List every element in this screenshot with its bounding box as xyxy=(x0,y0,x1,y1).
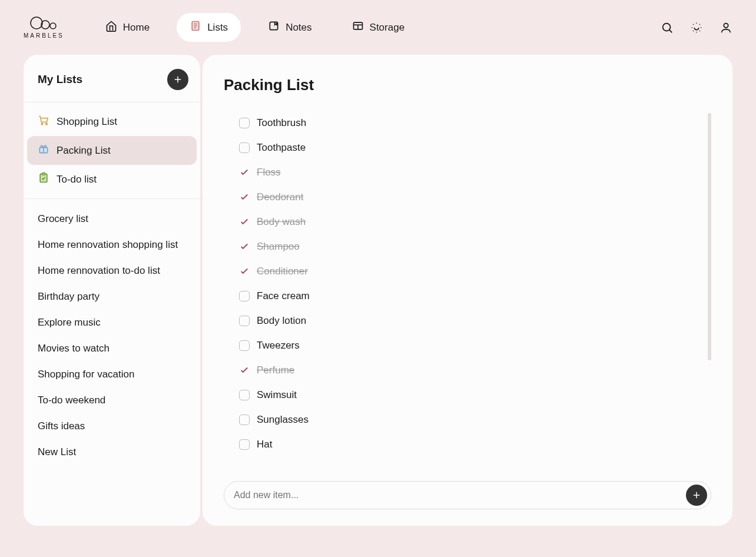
nav-tab-lists[interactable]: Lists xyxy=(177,13,241,42)
search-icon[interactable] xyxy=(661,21,674,34)
nav-left: MARBLES HomeListsNotesStorage xyxy=(24,13,417,42)
sidebar-item-label: Explore music xyxy=(38,317,101,328)
top-nav: MARBLES HomeListsNotesStorage xyxy=(0,0,756,55)
sidebar-item-label: Shopping List xyxy=(57,116,117,128)
sidebar-item-label: To-do weekend xyxy=(38,394,105,406)
checkbox-checked-icon[interactable] xyxy=(239,266,250,277)
nav-tab-notes[interactable]: Notes xyxy=(255,13,324,42)
checkbox-checked-icon[interactable] xyxy=(239,217,250,227)
task-label[interactable]: Toothpaste xyxy=(257,142,306,154)
sidebar-item-movies-to-watch[interactable]: Movies to watch xyxy=(27,336,197,362)
task-row: Deodorant xyxy=(239,185,711,210)
check-icon xyxy=(38,172,49,187)
task-label[interactable]: Face cream xyxy=(257,290,310,302)
task-label[interactable]: Body lotion xyxy=(257,315,306,327)
nav-tab-home[interactable]: Home xyxy=(92,13,163,42)
logo[interactable]: MARBLES xyxy=(24,16,64,39)
checkbox-empty[interactable] xyxy=(239,439,250,450)
svg-point-16 xyxy=(41,123,43,125)
svg-point-2 xyxy=(50,23,56,29)
checkbox-empty[interactable] xyxy=(239,291,250,301)
task-label[interactable]: Floss xyxy=(257,167,281,178)
task-row: Conditioner xyxy=(239,259,711,284)
sidebar-item-birthday-party[interactable]: Birthday party xyxy=(27,284,197,310)
sidebar-item-label: Home rennovation to-do list xyxy=(38,265,160,276)
checkbox-empty[interactable] xyxy=(239,340,250,351)
sidebar-item-packing-list[interactable]: Packing List xyxy=(27,136,197,165)
task-row: Floss xyxy=(239,160,711,185)
sidebar-item-shopping-list[interactable]: Shopping List xyxy=(27,107,197,136)
checkbox-checked-icon[interactable] xyxy=(239,167,250,178)
task-area: ToothbrushToothpasteFlossDeodorantBody w… xyxy=(224,111,711,474)
task-row: Toothpaste xyxy=(239,135,711,160)
sidebar-item-label: Gifts ideas xyxy=(38,420,85,432)
sidebar-featured: Shopping ListPacking ListTo-do list xyxy=(24,102,200,198)
task-list: ToothbrushToothpasteFlossDeodorantBody w… xyxy=(224,111,711,474)
sidebar-item-label: New List xyxy=(38,446,76,457)
task-row: Hat xyxy=(239,432,711,457)
svg-point-11 xyxy=(663,23,671,31)
logo-icon xyxy=(29,16,58,30)
main-panel: Packing List ToothbrushToothpasteFlossDe… xyxy=(203,55,732,526)
sidebar-item-home-rennovation-shopping-list[interactable]: Home rennovation shopping list xyxy=(27,232,197,258)
svg-point-0 xyxy=(31,17,42,29)
svg-rect-21 xyxy=(42,173,45,175)
sidebar-item-to-do-weekend[interactable]: To-do weekend xyxy=(27,387,197,413)
task-label[interactable]: Hat xyxy=(257,439,272,450)
sidebar-others: Grocery listHome rennovation shopping li… xyxy=(24,198,200,472)
task-label[interactable]: Conditioner xyxy=(257,266,308,277)
sidebar-item-shopping-for-vacation[interactable]: Shopping for vacation xyxy=(27,362,197,387)
notes-icon xyxy=(268,20,280,35)
gift-icon xyxy=(38,143,49,158)
nav-tab-label: Home xyxy=(123,22,150,34)
task-label[interactable]: Tweezers xyxy=(257,340,300,352)
svg-point-17 xyxy=(46,123,48,125)
task-label[interactable]: Perfume xyxy=(257,364,294,376)
sidebar-item-gifts-ideas[interactable]: Gifts ideas xyxy=(27,413,197,439)
task-row: Body lotion xyxy=(239,309,711,333)
scrollbar[interactable] xyxy=(708,113,711,360)
page-title: Packing List xyxy=(224,76,711,94)
storage-icon xyxy=(352,20,364,35)
checkbox-checked-icon[interactable] xyxy=(239,241,250,252)
sidebar-item-label: To-do list xyxy=(57,174,97,185)
sidebar-item-grocery-list[interactable]: Grocery list xyxy=(27,206,197,232)
checkbox-checked-icon[interactable] xyxy=(239,365,250,376)
home-icon xyxy=(105,20,117,35)
sidebar-header: My Lists xyxy=(24,55,200,102)
sidebar-item-home-rennovation-to-do-list[interactable]: Home rennovation to-do list xyxy=(27,258,197,284)
theme-toggle-icon[interactable] xyxy=(690,21,703,34)
task-label[interactable]: Body wash xyxy=(257,216,306,228)
lists-icon xyxy=(190,20,201,35)
task-label[interactable]: Deodorant xyxy=(257,191,303,203)
sidebar-item-new-list[interactable]: New List xyxy=(27,439,197,465)
nav-right xyxy=(661,21,732,34)
sidebar-item-label: Packing List xyxy=(57,145,111,157)
task-label[interactable]: Sunglasses xyxy=(257,414,309,426)
task-label[interactable]: Swimsuit xyxy=(257,389,297,401)
task-label[interactable]: Shampoo xyxy=(257,241,300,253)
svg-line-12 xyxy=(669,29,672,32)
checkbox-empty[interactable] xyxy=(239,390,250,400)
sidebar-item-explore-music[interactable]: Explore music xyxy=(27,310,197,336)
cart-icon xyxy=(38,114,49,129)
checkbox-empty[interactable] xyxy=(239,142,250,153)
sidebar: My Lists Shopping ListPacking ListTo-do … xyxy=(24,55,200,526)
task-label[interactable]: Toothbrush xyxy=(257,117,306,129)
profile-icon[interactable] xyxy=(719,21,732,34)
checkbox-empty[interactable] xyxy=(239,316,250,326)
add-item-button[interactable] xyxy=(686,485,707,506)
add-list-button[interactable] xyxy=(167,69,188,90)
task-row: Perfume xyxy=(239,358,711,383)
checkbox-empty[interactable] xyxy=(239,118,250,128)
task-row: Sunglasses xyxy=(239,407,711,432)
nav-tab-label: Lists xyxy=(207,22,228,34)
checkbox-checked-icon[interactable] xyxy=(239,192,250,203)
sidebar-item-to-do-list[interactable]: To-do list xyxy=(27,165,197,194)
add-item-input[interactable] xyxy=(234,484,686,506)
nav-tab-storage[interactable]: Storage xyxy=(339,13,418,42)
task-row: Body wash xyxy=(239,210,711,234)
task-row: Shampoo xyxy=(239,234,711,259)
content: My Lists Shopping ListPacking ListTo-do … xyxy=(0,55,756,526)
checkbox-empty[interactable] xyxy=(239,415,250,425)
